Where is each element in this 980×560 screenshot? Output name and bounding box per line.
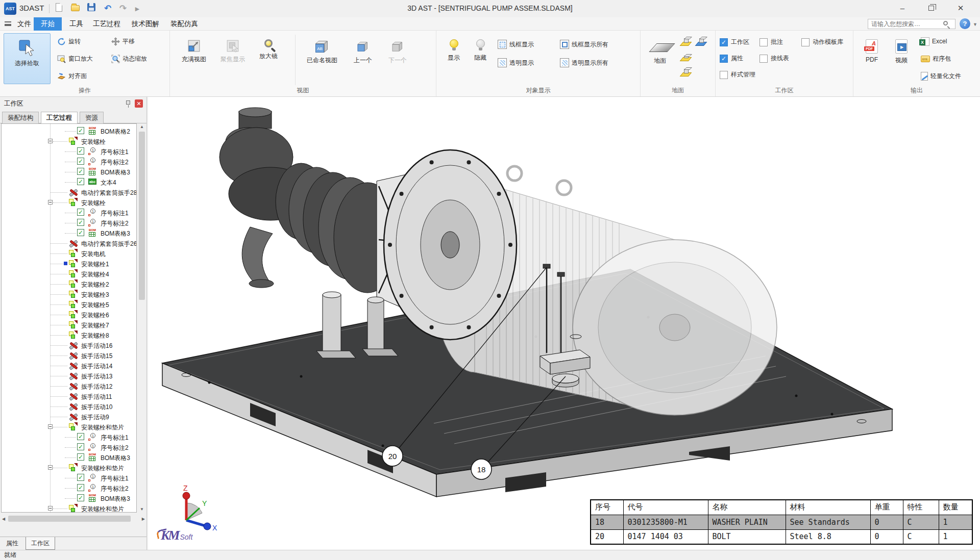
- menu-tab-2[interactable]: 开始: [34, 17, 62, 31]
- callout-balloon-18[interactable]: 18: [471, 459, 492, 479]
- tree-item[interactable]: 安装螺栓2: [2, 279, 136, 289]
- tree-item[interactable]: 安装螺栓和垫片: [2, 422, 136, 432]
- tree-item[interactable]: 安装螺栓: [2, 197, 136, 208]
- ground-button[interactable]: 地面: [644, 35, 676, 65]
- window-zoom-button[interactable]: 窗口放大: [57, 53, 93, 64]
- tree-item[interactable]: ✓BOMBOM表格2: [2, 126, 136, 136]
- export-lightweight-button[interactable]: 轻量化文件: [921, 70, 961, 82]
- export-package-button[interactable]: 程序包: [921, 53, 951, 64]
- ground-option-1-button[interactable]: [680, 36, 693, 48]
- wiring-table-checkbox[interactable]: 接线表: [760, 54, 789, 63]
- tree-item[interactable]: ✓1序号标注1: [2, 432, 136, 442]
- previous-view-button[interactable]: 上一个: [346, 35, 380, 65]
- tree-item[interactable]: 安装螺栓6: [2, 310, 136, 320]
- tree-item[interactable]: ✓abc文本4: [2, 177, 136, 187]
- export-excel-button[interactable]: Excel: [921, 36, 947, 47]
- search-icon[interactable]: [943, 21, 948, 26]
- tree-item[interactable]: 扳手活动13: [2, 371, 136, 381]
- tree-item[interactable]: 安装螺栓和垫片: [2, 503, 136, 513]
- tree-item[interactable]: 安装螺栓和垫片: [2, 463, 136, 473]
- hide-button[interactable]: 隐藏: [468, 35, 493, 62]
- redo-button[interactable]: ↷: [117, 3, 129, 14]
- restore-button[interactable]: [918, 0, 944, 16]
- new-document-button[interactable]: [53, 3, 64, 14]
- tree-item[interactable]: ✓BOMBOM表格3: [2, 167, 136, 177]
- menu-tab-5[interactable]: 技术图解: [125, 17, 166, 31]
- callout-balloon-20[interactable]: 20: [382, 446, 403, 466]
- vertical-scroll-thumb[interactable]: [139, 132, 145, 300]
- panel-bottom-tab-1[interactable]: 属性: [1, 537, 23, 550]
- focus-display-button[interactable]: 聚焦显示: [215, 35, 251, 64]
- tree-item[interactable]: 电动拧紧套筒扳手26: [2, 238, 136, 248]
- qat-more-button[interactable]: ▶: [132, 3, 143, 14]
- panel-tab-1[interactable]: 装配结构: [2, 112, 39, 123]
- wireframe-all-button[interactable]: 线框显示所有: [560, 39, 608, 50]
- tree-item[interactable]: 扳手活动9: [2, 412, 136, 422]
- tree-item[interactable]: 扳手活动12: [2, 381, 136, 391]
- tree-item[interactable]: ✓1序号标注2: [2, 218, 136, 228]
- tree-expander-icon[interactable]: [48, 200, 53, 205]
- annotation-checkbox[interactable]: 批注: [760, 38, 783, 46]
- tree-item[interactable]: ✓BOMBOM表格3: [2, 228, 136, 238]
- export-pdf-button[interactable]: PDF: [859, 35, 885, 63]
- panel-close-button[interactable]: ✕: [135, 99, 143, 108]
- tree-item[interactable]: 安装螺栓5: [2, 299, 136, 310]
- scroll-down-arrow[interactable]: ▼: [138, 507, 146, 512]
- search-input[interactable]: [868, 19, 955, 29]
- workspace-checkbox[interactable]: ✓ 工作区: [720, 38, 749, 46]
- tree-item[interactable]: ✓1序号标注1: [2, 208, 136, 218]
- rotate-button[interactable]: 旋转: [57, 36, 81, 47]
- tree-checkbox[interactable]: ✓: [77, 219, 84, 226]
- dynamic-zoom-button[interactable]: 动态缩放: [111, 53, 147, 64]
- tree-item[interactable]: 扳手活动11: [2, 391, 136, 401]
- panel-bottom-tab-2[interactable]: 工作区: [26, 537, 55, 550]
- tree-item[interactable]: ✓1序号标注1: [2, 146, 136, 157]
- tree-expander-icon[interactable]: [48, 506, 53, 511]
- tree-vertical-scrollbar[interactable]: ▲ ▼: [138, 123, 146, 513]
- named-views-button[interactable]: AB 已命名视图: [300, 35, 344, 65]
- export-video-button[interactable]: 视频: [888, 35, 915, 65]
- show-button[interactable]: 显示: [442, 35, 466, 62]
- pin-icon[interactable]: [126, 100, 130, 105]
- tree-checkbox[interactable]: ✓: [77, 147, 84, 155]
- property-checkbox[interactable]: ✓ 属性: [720, 54, 743, 63]
- open-button[interactable]: [69, 3, 81, 14]
- tree-expander-icon[interactable]: [48, 465, 53, 470]
- tree-item[interactable]: 安装螺栓1: [2, 259, 136, 269]
- tree-item[interactable]: 扳手活动16: [2, 340, 136, 350]
- tree-item[interactable]: 安装螺栓: [2, 136, 136, 146]
- wireframe-display-button[interactable]: 线框显示: [498, 39, 534, 50]
- scroll-left-arrow[interactable]: ◀: [2, 517, 5, 521]
- tree-item[interactable]: ✓1序号标注2: [2, 442, 136, 452]
- help-button[interactable]: ?: [960, 18, 970, 29]
- tree-item[interactable]: 扳手活动10: [2, 401, 136, 412]
- tree-horizontal-scrollbar[interactable]: ◀ ▶: [1, 515, 146, 523]
- minimize-button[interactable]: –: [889, 0, 916, 16]
- tree-expander-icon[interactable]: [48, 139, 53, 143]
- bom-row[interactable]: 180301235800-M1WASHER PLAINSee Standards…: [591, 515, 972, 529]
- tree-checkbox[interactable]: ✓: [77, 168, 84, 175]
- help-caret-icon[interactable]: ▼: [973, 22, 977, 27]
- tree-item[interactable]: ✓1序号标注2: [2, 483, 136, 493]
- select-pick-button[interactable]: 选择拾取: [4, 33, 51, 84]
- tree-checkbox[interactable]: ✓: [77, 158, 84, 165]
- transparent-display-button[interactable]: 透明显示: [498, 57, 534, 68]
- tree-checkbox[interactable]: ✓: [77, 178, 84, 185]
- save-button[interactable]: [86, 3, 97, 14]
- tree-item[interactable]: 安装螺栓3: [2, 289, 136, 299]
- tree-item[interactable]: ✓1序号标注2: [2, 157, 136, 167]
- tree-checkbox[interactable]: ✓: [77, 443, 84, 450]
- tree-checkbox[interactable]: ✓: [77, 453, 84, 461]
- tree-item[interactable]: 扳手活动14: [2, 361, 136, 371]
- scroll-right-arrow[interactable]: ▶: [142, 517, 145, 521]
- tree-checkbox[interactable]: ✓: [77, 474, 84, 481]
- tree-item[interactable]: 安装螺栓8: [2, 330, 136, 340]
- action-template-checkbox[interactable]: 动作模板库: [801, 38, 843, 46]
- tree-checkbox[interactable]: ✓: [77, 494, 84, 501]
- menu-tab-6[interactable]: 装配仿真: [163, 17, 205, 31]
- tree-item[interactable]: 安装螺栓7: [2, 320, 136, 330]
- tree-item[interactable]: 扳手活动15: [2, 350, 136, 361]
- panel-tab-2[interactable]: 工艺过程: [41, 112, 78, 124]
- tree-checkbox[interactable]: ✓: [77, 484, 84, 491]
- next-view-button[interactable]: 下一个: [381, 35, 414, 65]
